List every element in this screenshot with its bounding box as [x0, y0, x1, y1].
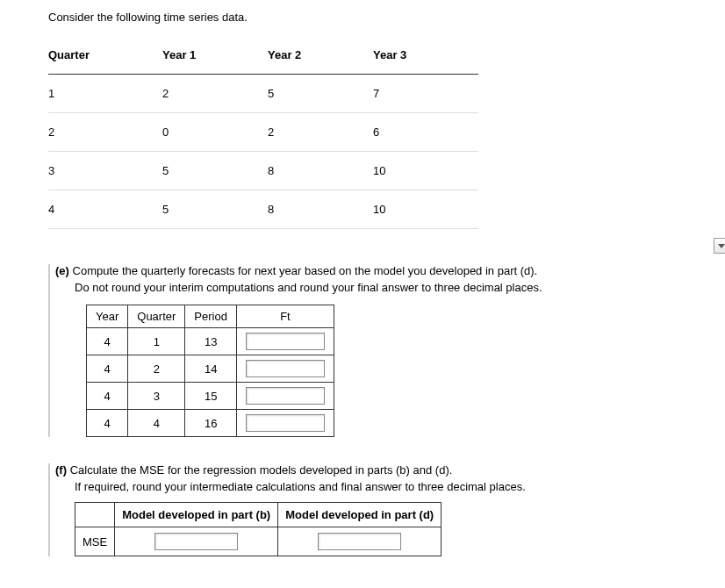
- cell: 4: [87, 328, 128, 355]
- table-row: 4 5 8 10: [48, 190, 478, 229]
- forecast-table: Year Quarter Period Ft 4 1 13 4 2 14 4 3: [86, 305, 334, 437]
- q-e-text1: Compute the quarterly forecasts for next…: [73, 264, 538, 277]
- cell: 2: [162, 75, 268, 113]
- time-series-table: Quarter Year 1 Year 2 Year 3 1 2 5 7 2 0…: [48, 41, 478, 229]
- cell: 4: [48, 190, 162, 229]
- mse-blank-header: [75, 503, 115, 527]
- cell: 8: [268, 152, 373, 190]
- mse-table: Model developed in part (b) Model develo…: [75, 502, 441, 556]
- table-row: 3 5 8 10: [48, 152, 478, 190]
- cell: 16: [185, 410, 237, 437]
- cell: 8: [268, 190, 373, 229]
- mse-row-label: MSE: [75, 527, 115, 556]
- col-quarter: Quarter: [48, 41, 162, 75]
- ft-input-16[interactable]: [246, 414, 325, 432]
- cell: 2: [48, 113, 162, 152]
- mse-h2: Model developed in part (d): [278, 503, 441, 527]
- question-e: (e) Compute the quarterly forecasts for …: [48, 264, 677, 437]
- cell: 1: [48, 75, 162, 113]
- cell: 14: [185, 355, 237, 383]
- intro-text: Consider the following time series data.: [48, 11, 677, 24]
- cell: 7: [373, 75, 478, 113]
- q-e-label: (e): [55, 264, 69, 277]
- mse-input-b[interactable]: [154, 533, 238, 550]
- cell: 5: [162, 190, 268, 229]
- cell: 13: [185, 328, 237, 355]
- mse-input-d[interactable]: [318, 533, 401, 550]
- q-f-text2: If required, round your intermediate cal…: [75, 480, 677, 493]
- ft-input-15[interactable]: [246, 387, 325, 405]
- cell: 4: [87, 410, 128, 437]
- ft-input-14[interactable]: [246, 360, 325, 377]
- cell: 2: [128, 355, 185, 383]
- cell: 10: [373, 152, 478, 190]
- chevron-down-icon[interactable]: [714, 238, 725, 254]
- cell: 3: [128, 383, 185, 410]
- cell: 5: [268, 75, 373, 113]
- forecast-row: 4 3 15: [87, 383, 334, 410]
- fh-quarter: Quarter: [128, 305, 185, 328]
- cell: 4: [87, 383, 128, 410]
- table-row: 2 0 2 6: [48, 113, 478, 152]
- cell: 4: [128, 410, 185, 437]
- cell: 15: [185, 383, 237, 410]
- ft-input-13[interactable]: [246, 333, 325, 350]
- fh-year: Year: [87, 305, 128, 328]
- cell: 5: [162, 152, 268, 190]
- col-year2: Year 2: [268, 41, 373, 75]
- mse-h1: Model developed in part (b): [115, 503, 278, 527]
- cell: 10: [373, 190, 478, 229]
- cell: 1: [128, 328, 185, 355]
- mse-row: MSE: [75, 527, 441, 556]
- col-year1: Year 1: [162, 41, 268, 75]
- forecast-row: 4 1 13: [87, 328, 334, 355]
- forecast-row: 4 4 16: [87, 410, 334, 437]
- question-f: (f) Calculate the MSE for the regression…: [48, 463, 677, 556]
- q-f-label: (f): [55, 463, 67, 477]
- col-year3: Year 3: [373, 41, 478, 75]
- cell: 4: [87, 355, 128, 383]
- fh-ft: Ft: [236, 305, 334, 328]
- cell: 6: [373, 113, 478, 152]
- q-f-text1: Calculate the MSE for the regression mod…: [70, 463, 453, 477]
- q-e-text2: Do not round your interim computations a…: [75, 281, 677, 294]
- table-row: 1 2 5 7: [48, 75, 478, 113]
- cell: 3: [48, 152, 162, 190]
- fh-period: Period: [185, 305, 237, 328]
- cell: 0: [162, 113, 268, 152]
- forecast-row: 4 2 14: [87, 355, 334, 383]
- cell: 2: [268, 113, 373, 152]
